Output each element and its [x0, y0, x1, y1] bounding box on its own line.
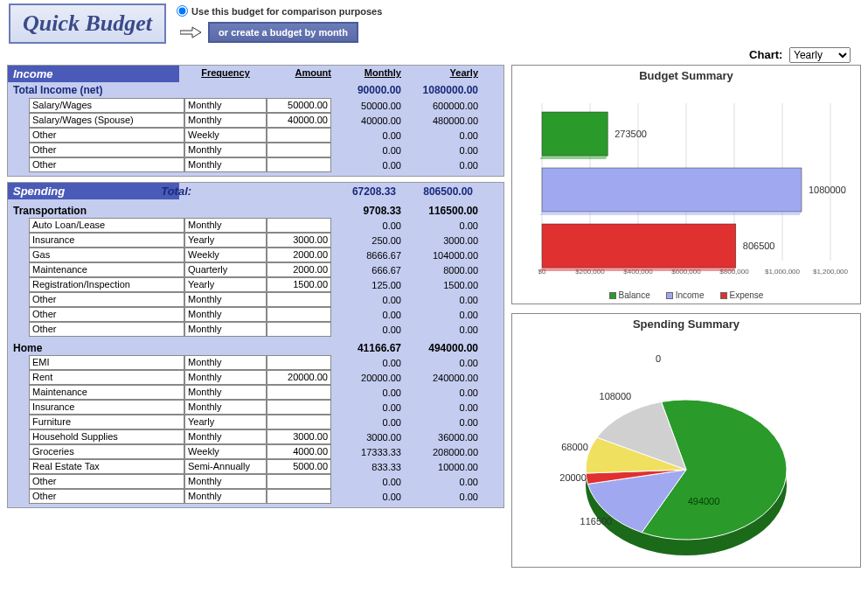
- spending-freq-cell[interactable]: Quarterly: [184, 262, 267, 277]
- spending-freq-cell[interactable]: Yearly: [184, 233, 267, 248]
- spending-name-cell[interactable]: Furniture: [29, 415, 184, 429]
- spending-row: Groceries Weekly 4000.00 17333.33 208000…: [8, 444, 503, 459]
- spending-amt-cell[interactable]: [267, 292, 331, 307]
- spending-yearly-value: 3000.00: [401, 235, 478, 246]
- spending-name-cell[interactable]: Other: [29, 292, 184, 307]
- spending-amt-cell[interactable]: 2000.00: [267, 262, 331, 277]
- spending-name-cell[interactable]: Other: [29, 307, 184, 322]
- category-header: Transportation9708.33116500.00: [8, 199, 503, 218]
- spending-amt-cell[interactable]: [267, 415, 331, 429]
- income-freq-cell[interactable]: Monthly: [184, 113, 267, 128]
- income-freq-cell[interactable]: Monthly: [184, 143, 267, 157]
- spending-amt-cell[interactable]: 3000.00: [267, 429, 331, 444]
- spending-yearly-value: 0.00: [401, 324, 478, 335]
- income-row: Other Weekly 0.00 0.00: [8, 128, 503, 143]
- spending-freq-cell[interactable]: Monthly: [184, 292, 267, 307]
- spending-amt-cell[interactable]: 20000.00: [267, 370, 331, 385]
- spending-yearly-value: 0.00: [401, 417, 478, 428]
- spending-name-cell[interactable]: Other: [29, 474, 184, 489]
- spending-freq-cell[interactable]: Monthly: [184, 489, 267, 504]
- spending-freq-cell[interactable]: Weekly: [184, 248, 267, 262]
- spending-amt-cell[interactable]: 4000.00: [267, 444, 331, 459]
- income-total-row: Total Income (net) 90000.001080000.00: [8, 82, 503, 98]
- spending-amt-cell[interactable]: [267, 307, 331, 322]
- spending-row: Other Monthly 0.00 0.00: [8, 307, 503, 322]
- income-name-cell[interactable]: Other: [29, 128, 184, 143]
- spending-freq-cell[interactable]: Monthly: [184, 474, 267, 489]
- income-freq-cell[interactable]: Monthly: [184, 157, 267, 172]
- spending-monthly-value: 0.00: [331, 295, 401, 305]
- income-amt-cell[interactable]: [267, 143, 331, 157]
- spending-freq-cell[interactable]: Monthly: [184, 370, 267, 385]
- create-budget-button[interactable]: or create a budget by month: [208, 22, 358, 43]
- spending-name-cell[interactable]: Maintenance: [29, 262, 184, 277]
- spending-name-cell[interactable]: Household Supplies: [29, 429, 184, 444]
- spending-row: Gas Weekly 2000.00 8666.67 104000.00: [8, 248, 503, 262]
- income-name-cell[interactable]: Salary/Wages (Spouse): [29, 113, 184, 128]
- spending-name-cell[interactable]: Maintenance: [29, 385, 184, 400]
- spending-amt-cell[interactable]: [267, 385, 331, 400]
- spending-freq-cell[interactable]: Monthly: [184, 218, 267, 233]
- spending-freq-cell[interactable]: Monthly: [184, 322, 267, 337]
- income-amt-cell[interactable]: 40000.00: [267, 113, 331, 128]
- spending-freq-cell[interactable]: Yearly: [184, 415, 267, 429]
- spending-row: Maintenance Quarterly 2000.00 666.67 800…: [8, 262, 503, 277]
- comparison-radio[interactable]: [177, 5, 188, 17]
- spending-amt-cell[interactable]: 1500.00: [267, 277, 331, 292]
- spending-freq-cell[interactable]: Yearly: [184, 277, 267, 292]
- spending-monthly-value: 0.00: [331, 310, 401, 320]
- spending-freq-cell[interactable]: Monthly: [184, 400, 267, 415]
- spending-freq-cell[interactable]: Semi-Annually: [184, 459, 267, 474]
- spending-yearly-value: 0.00: [401, 295, 478, 305]
- svg-rect-14: [542, 112, 608, 156]
- income-row: Other Monthly 0.00 0.00: [8, 157, 503, 172]
- spending-yearly-value: 0.00: [401, 492, 478, 502]
- spending-name-cell[interactable]: Other: [29, 322, 184, 337]
- spending-monthly-value: 3000.00: [331, 432, 401, 443]
- svg-text:0: 0: [656, 353, 661, 364]
- spending-row: EMI Monthly 0.00 0.00: [8, 355, 503, 370]
- spending-freq-cell[interactable]: Weekly: [184, 444, 267, 459]
- spending-monthly-value: 666.67: [331, 265, 401, 276]
- spending-amt-cell[interactable]: 3000.00: [267, 233, 331, 248]
- spending-amt-cell[interactable]: [267, 322, 331, 337]
- spending-name-cell[interactable]: Registration/Inspection: [29, 277, 184, 292]
- spending-amt-cell[interactable]: [267, 474, 331, 489]
- comparison-label: Use this budget for comparison purposes: [191, 6, 382, 17]
- income-monthly-value: 0.00: [331, 130, 401, 141]
- spending-name-cell[interactable]: Rent: [29, 370, 184, 385]
- spending-name-cell[interactable]: Real Estate Tax: [29, 459, 184, 474]
- income-name-cell[interactable]: Other: [29, 157, 184, 172]
- spending-freq-cell[interactable]: Monthly: [184, 385, 267, 400]
- spending-monthly-value: 0.00: [331, 358, 401, 368]
- spending-name-cell[interactable]: Other: [29, 489, 184, 504]
- chart-period-select[interactable]: Yearly: [789, 47, 851, 63]
- income-amt-cell[interactable]: 50000.00: [267, 98, 331, 113]
- spending-amt-cell[interactable]: [267, 218, 331, 233]
- spending-amt-cell[interactable]: [267, 489, 331, 504]
- spending-monthly-value: 250.00: [331, 235, 401, 246]
- svg-text:20000: 20000: [559, 472, 587, 483]
- svg-rect-21: [540, 268, 736, 271]
- spending-name-cell[interactable]: Insurance: [29, 400, 184, 415]
- spending-name-cell[interactable]: EMI: [29, 355, 184, 370]
- income-amt-cell[interactable]: [267, 128, 331, 143]
- spending-name-cell[interactable]: Insurance: [29, 233, 184, 248]
- spending-amt-cell[interactable]: [267, 355, 331, 370]
- spending-freq-cell[interactable]: Monthly: [184, 355, 267, 370]
- spending-freq-cell[interactable]: Monthly: [184, 429, 267, 444]
- svg-rect-17: [542, 168, 802, 212]
- income-amt-cell[interactable]: [267, 157, 331, 172]
- income-name-cell[interactable]: Salary/Wages: [29, 98, 184, 113]
- spending-name-cell[interactable]: Auto Loan/Lease: [29, 218, 184, 233]
- income-name-cell[interactable]: Other: [29, 143, 184, 157]
- income-freq-cell[interactable]: Weekly: [184, 128, 267, 143]
- income-freq-cell[interactable]: Monthly: [184, 98, 267, 113]
- spending-row: Real Estate Tax Semi-Annually 5000.00 83…: [8, 459, 503, 474]
- spending-name-cell[interactable]: Gas: [29, 248, 184, 262]
- spending-freq-cell[interactable]: Monthly: [184, 307, 267, 322]
- spending-amt-cell[interactable]: 2000.00: [267, 248, 331, 262]
- spending-amt-cell[interactable]: 5000.00: [267, 459, 331, 474]
- spending-name-cell[interactable]: Groceries: [29, 444, 184, 459]
- spending-amt-cell[interactable]: [267, 400, 331, 415]
